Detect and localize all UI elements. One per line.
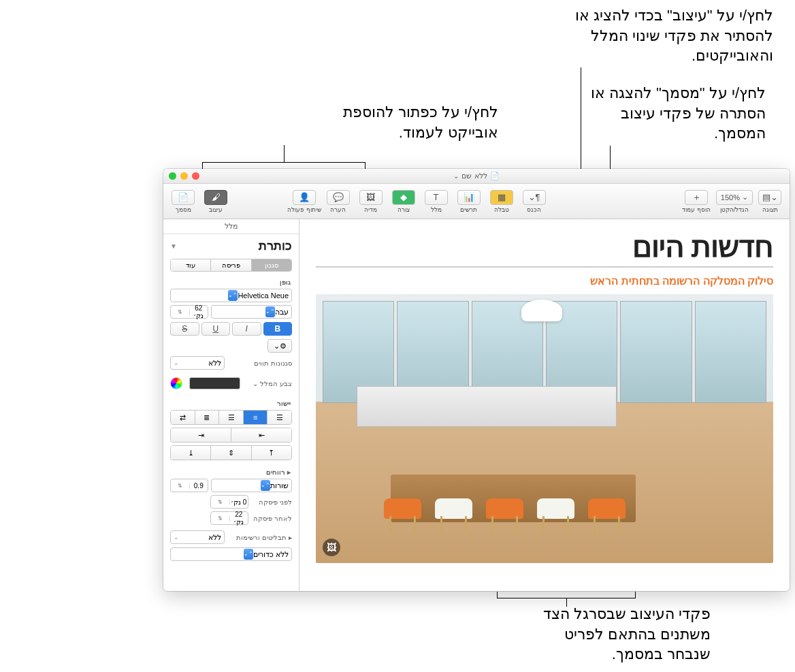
media-button[interactable]: 🖼 מדיה bbox=[357, 189, 385, 214]
document-icon: 📄 bbox=[172, 190, 195, 205]
comment-button[interactable]: 💬 הערה bbox=[324, 189, 353, 214]
zoom-value: 150% bbox=[721, 193, 740, 202]
image-placeholder-icon[interactable]: 🖼 bbox=[323, 539, 340, 556]
horizontal-align-group: ☰ ≡ ☰ ≣ ⇄ bbox=[170, 410, 292, 425]
tab-style[interactable]: סגנון bbox=[252, 259, 291, 271]
chart-icon: 📊 bbox=[457, 190, 481, 205]
select-arrows-icon: ⌃⌄ bbox=[261, 480, 270, 491]
text-icon: T bbox=[425, 190, 448, 205]
bold-button[interactable]: B bbox=[263, 322, 293, 336]
document-canvas[interactable]: חדשות היום סילוק המסלקה הרשומה בתחתית הר… bbox=[299, 219, 790, 591]
chart-label: תרשים bbox=[460, 206, 477, 213]
document-button[interactable]: 📄 מסמך bbox=[169, 189, 197, 214]
bracket-sidebar bbox=[497, 592, 636, 598]
after-para-value: 22 נק׳ bbox=[230, 511, 248, 526]
before-para-label: לפני פיסקה bbox=[251, 498, 292, 506]
font-weight-select[interactable]: עבה ⌃⌄ bbox=[211, 305, 292, 319]
add-page-icon: ＋ bbox=[685, 190, 708, 205]
underline-button[interactable]: U bbox=[201, 322, 231, 336]
table-label: טבלה bbox=[494, 206, 509, 213]
minimize-window-button[interactable] bbox=[180, 172, 188, 180]
char-styles-select[interactable]: ללא ⌄ bbox=[170, 356, 225, 370]
line-spacing-select[interactable]: שורות ⌃⌄ bbox=[211, 479, 292, 492]
chart-button[interactable]: 📊 תרשים bbox=[455, 189, 483, 214]
inspector-tabs: סגנון פריסה עוד bbox=[170, 259, 292, 272]
add-page-label: הוסף עמוד bbox=[682, 206, 711, 213]
table-button[interactable]: ▦ טבלה bbox=[487, 189, 516, 214]
line-spacing-stepper[interactable]: 0.9 ⇅ bbox=[170, 479, 208, 492]
align-natural-button[interactable]: ⇄ bbox=[171, 411, 195, 424]
font-size-value: 62 נק׳ bbox=[190, 304, 208, 319]
title-dropdown-icon[interactable]: ⌄ bbox=[453, 172, 459, 180]
bullets-style-value: ללא כדורים bbox=[253, 550, 289, 559]
valign-bottom-button[interactable]: ⤓ bbox=[171, 446, 211, 460]
stepper-arrows-icon: ⇅ bbox=[211, 515, 230, 522]
collab-button[interactable]: 👤 שיתוף פעולה bbox=[285, 189, 324, 214]
inspector-sidebar: מלל כותרת ▼ סגנון פריסה עוד גופן Helveti… bbox=[163, 219, 299, 591]
indent-increase-button[interactable]: ⇥ bbox=[171, 428, 231, 442]
paragraph-style-title[interactable]: כותרת bbox=[181, 238, 292, 253]
advanced-type-button[interactable]: ⚙⌄ bbox=[267, 339, 292, 353]
font-size-stepper[interactable]: 62 נק׳ ⇅ bbox=[170, 305, 208, 319]
after-para-label: לאחר פיסקה bbox=[251, 515, 292, 522]
callout-add-object: לחץ/י על כפתור להוספת אובייקט לעמוד. bbox=[294, 102, 498, 142]
select-arrows-icon: ⌃⌄ bbox=[228, 290, 238, 301]
valign-middle-button[interactable]: ⇕ bbox=[211, 446, 251, 460]
placeholder-image[interactable]: 🖼 bbox=[316, 294, 773, 563]
sidebar-tab-label: מלל bbox=[163, 219, 299, 234]
text-color-well[interactable] bbox=[189, 377, 240, 389]
before-para-stepper[interactable]: 0 נק׳ ⇅ bbox=[210, 495, 248, 509]
callout-document: לחץ/י על "מסמך" להצגה או הסתרה של פקדי ע… bbox=[565, 83, 766, 144]
comment-icon: 💬 bbox=[327, 190, 350, 205]
insert-label: הכנס bbox=[527, 206, 541, 213]
leader-format bbox=[581, 67, 581, 185]
char-styles-label: סגנונות תווים bbox=[229, 359, 292, 367]
after-para-stepper[interactable]: 22 נק׳ ⇅ bbox=[210, 511, 248, 525]
collab-label: שיתוף פעולה bbox=[287, 206, 321, 213]
align-center-button[interactable]: ≡ bbox=[244, 411, 268, 424]
chevron-down-icon: ⌄ bbox=[742, 193, 748, 202]
stepper-arrows-icon: ⇅ bbox=[171, 483, 190, 489]
content-area: מלל כותרת ▼ סגנון פריסה עוד גופן Helveti… bbox=[163, 219, 790, 591]
color-picker-button[interactable] bbox=[170, 377, 182, 389]
page-subtitle[interactable]: סילוק המסלקה הרשומה בתחתית הראש bbox=[316, 274, 773, 287]
chevron-down-icon: ⌄ bbox=[174, 534, 179, 541]
select-arrows-icon: ⌃⌄ bbox=[265, 306, 275, 317]
alignment-label: יישור bbox=[163, 397, 299, 409]
document-label: מסמך bbox=[176, 206, 191, 213]
insert-button[interactable]: ¶⌄ הכנס bbox=[520, 189, 549, 214]
text-color-label: צבע המלל ⌄ bbox=[244, 380, 292, 387]
app-window: 📄 ללא שם ⌄ 📄 מסמך 🖌 עיצוב 👤 שיתוף פעולה … bbox=[163, 169, 790, 591]
collab-icon: 👤 bbox=[293, 190, 316, 205]
align-left-button[interactable]: ☰ bbox=[219, 411, 244, 424]
format-button[interactable]: 🖌 עיצוב bbox=[201, 189, 230, 214]
zoom-select[interactable]: 150% ⌄ bbox=[716, 190, 753, 205]
font-family-select[interactable]: Helvetica Neue ⌃⌄ bbox=[170, 289, 292, 302]
indent-decrease-button[interactable]: ⇤ bbox=[231, 428, 291, 442]
zoom-window-button[interactable] bbox=[169, 172, 176, 180]
bullets-style-select[interactable]: ללא כדורים ⌃⌄ bbox=[170, 547, 292, 561]
bullets-label[interactable]: ▸ תבליטים ורשימות bbox=[229, 534, 292, 541]
italic-button[interactable]: I bbox=[232, 322, 261, 336]
format-label: עיצוב bbox=[209, 206, 223, 213]
comment-label: הערה bbox=[330, 206, 346, 213]
add-page-button[interactable]: ＋ הוסף עמוד bbox=[679, 189, 713, 214]
text-button[interactable]: T מלל bbox=[422, 189, 451, 214]
spacing-label[interactable]: ▸ רווחים bbox=[163, 466, 299, 477]
table-icon: ▦ bbox=[490, 190, 513, 205]
chevron-down-icon[interactable]: ▼ bbox=[170, 242, 177, 250]
leader-add-object bbox=[284, 145, 285, 162]
valign-top-button[interactable]: ⤒ bbox=[252, 446, 291, 460]
align-right-button[interactable]: ☰ bbox=[267, 411, 291, 424]
tab-layout[interactable]: פריסה bbox=[211, 259, 251, 271]
page-title[interactable]: חדשות היום bbox=[316, 229, 773, 263]
strikethrough-button[interactable]: S bbox=[170, 322, 199, 336]
titlebar: 📄 ללא שם ⌄ bbox=[163, 169, 790, 184]
callout-sidebar: פקדי העיצוב שבסרגל הצד משתנים בהתאם לפרי… bbox=[540, 604, 711, 665]
shape-button[interactable]: ◆ צורה bbox=[389, 189, 418, 214]
close-window-button[interactable] bbox=[192, 172, 199, 180]
bullets-select[interactable]: ללא ⌄ bbox=[170, 530, 225, 544]
align-justify-button[interactable]: ≣ bbox=[195, 411, 220, 424]
view-button[interactable]: ▤⌄ תצוגה bbox=[756, 189, 784, 214]
tab-more[interactable]: עוד bbox=[171, 259, 211, 271]
